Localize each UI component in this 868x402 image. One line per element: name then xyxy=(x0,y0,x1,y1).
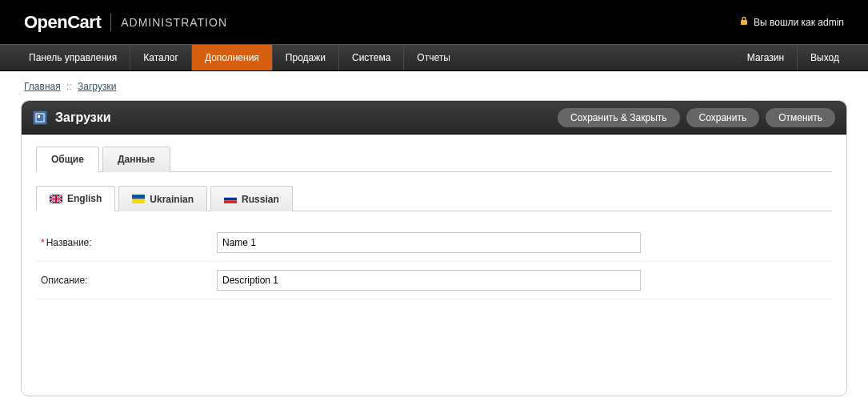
flag-uk-icon xyxy=(50,195,62,203)
svg-rect-11 xyxy=(224,198,237,201)
main-tabs: Общие Данные xyxy=(36,146,832,172)
breadcrumb-sep: :: xyxy=(66,81,72,92)
required-mark: * xyxy=(41,237,45,248)
nav-logout[interactable]: Выход xyxy=(798,45,852,70)
lang-tab-ukrainian[interactable]: Ukrainian xyxy=(118,186,207,211)
nav-left: Панель управления Каталог Дополнения Про… xyxy=(16,45,463,70)
form-table: *Название: Описание: xyxy=(36,224,832,299)
page-title: Загрузки xyxy=(55,111,111,125)
nav-reports[interactable]: Отчеты xyxy=(404,45,462,70)
svg-rect-0 xyxy=(741,20,747,25)
lang-tab-ukrainian-label: Ukrainian xyxy=(150,194,194,205)
flag-ru-icon xyxy=(224,195,237,203)
svg-rect-7 xyxy=(50,198,62,199)
nav-catalog[interactable]: Каталог xyxy=(130,45,192,70)
desc-label: Описание: xyxy=(41,275,88,286)
svg-rect-8 xyxy=(132,195,145,199)
box-content: Общие Данные English Ukrainian xyxy=(22,135,846,396)
nav-sales[interactable]: Продажи xyxy=(273,45,339,70)
name-label: Название: xyxy=(46,237,92,248)
lang-tabs-wrap: English Ukrainian Russian xyxy=(36,185,832,211)
breadcrumb-current[interactable]: Загрузки xyxy=(78,81,116,92)
tab-general[interactable]: Общие xyxy=(36,147,99,172)
nav-dashboard[interactable]: Панель управления xyxy=(16,45,130,70)
brand: OpenCart ADMINISTRATION xyxy=(24,12,227,33)
lang-tabs: English Ukrainian Russian xyxy=(36,185,832,211)
nav-extensions[interactable]: Дополнения xyxy=(192,45,273,70)
save-button[interactable]: Сохранить xyxy=(686,108,760,127)
heading-buttons: Сохранить & Закрыть Сохранить Отменить xyxy=(558,108,835,127)
box-heading: Загрузки Сохранить & Закрыть Сохранить О… xyxy=(22,101,846,135)
downloads-icon xyxy=(33,111,47,125)
breadcrumb: Главная :: Загрузки xyxy=(0,71,868,100)
admin-section-title: ADMINISTRATION xyxy=(121,16,227,29)
content-box: Загрузки Сохранить & Закрыть Сохранить О… xyxy=(21,100,847,396)
brand-divider xyxy=(110,14,111,31)
nav-right: Магазин Выход xyxy=(734,45,852,70)
svg-rect-9 xyxy=(132,199,145,204)
lang-tab-russian[interactable]: Russian xyxy=(210,186,293,211)
breadcrumb-home[interactable]: Главная xyxy=(24,81,61,92)
tab-data[interactable]: Данные xyxy=(102,147,170,172)
lang-tab-russian-label: Russian xyxy=(242,194,279,205)
svg-rect-12 xyxy=(224,200,237,203)
name-label-cell: *Название: xyxy=(36,224,212,262)
main-nav: Панель управления Каталог Дополнения Про… xyxy=(0,44,868,71)
desc-input[interactable] xyxy=(217,270,641,291)
nav-store[interactable]: Магазин xyxy=(734,45,798,70)
logo: OpenCart xyxy=(24,12,101,33)
top-header: OpenCart ADMINISTRATION Вы вошли как adm… xyxy=(0,0,868,44)
save-close-button[interactable]: Сохранить & Закрыть xyxy=(558,108,680,127)
svg-rect-10 xyxy=(224,195,237,198)
flag-ua-icon xyxy=(132,195,145,203)
lang-tab-english[interactable]: English xyxy=(36,186,115,211)
nav-system[interactable]: Система xyxy=(339,45,404,70)
login-info: Вы вошли как admin xyxy=(739,16,844,28)
svg-rect-2 xyxy=(38,115,40,118)
desc-label-cell: Описание: xyxy=(36,262,212,299)
lock-icon xyxy=(739,16,749,28)
login-text: Вы вошли как admin xyxy=(754,17,844,28)
cancel-button[interactable]: Отменить xyxy=(766,108,835,127)
lang-tab-english-label: English xyxy=(67,193,102,204)
name-input[interactable] xyxy=(217,232,641,253)
